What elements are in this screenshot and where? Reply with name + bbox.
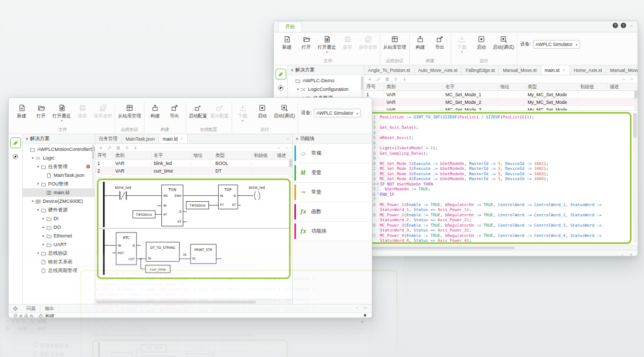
toolbox-item[interactable]: ✂常量 — [293, 183, 372, 202]
tab-problems[interactable]: 问题 — [22, 306, 41, 311]
solution-view-button[interactable] — [10, 137, 21, 148]
tof-block[interactable]: TOF IN Q PT ET — [218, 185, 238, 209]
toolbox-item[interactable]: M变量 — [293, 163, 372, 183]
var-toolbar-chevron-down-button[interactable] — [629, 74, 634, 84]
tree-expander[interactable]: ▾ — [36, 251, 41, 255]
solution-explorer-header[interactable]: ▾ 解决方案 — [288, 65, 364, 75]
fold-marker[interactable]: └ — [376, 192, 380, 197]
doc-tab[interactable]: MainTask.json — [122, 134, 159, 143]
doc-tab[interactable]: 任务管理 — [95, 134, 122, 143]
doc-tab[interactable]: Angle_To_Postion.st — [364, 65, 415, 75]
toolbar-button-save-all[interactable]: 保存全部 — [357, 34, 379, 51]
var-toolbar-chevron-up-button[interactable] — [621, 74, 626, 84]
tree-item[interactable]: AWPLC-Demo — [288, 76, 364, 85]
tree-item[interactable]: ▸DI — [23, 214, 95, 223]
var-toolbar-plus-button[interactable] — [367, 74, 372, 84]
toolbar-button-build[interactable]: 构建 — [146, 102, 165, 120]
table-row[interactable]: 1VARblink_ledBOOL — [95, 160, 292, 167]
dashboard-view-button[interactable] — [277, 84, 284, 94]
doc-tab[interactable]: Manual_Move_Axis.st — [606, 65, 638, 75]
curr-time-operand[interactable]: curr_time — [146, 265, 170, 273]
editor-hscrollbar[interactable] — [95, 299, 292, 304]
toolbar-button-download[interactable]: 下载▾ — [233, 102, 253, 122]
solution-explorer-header[interactable]: ▾ 解决方案 — [23, 134, 95, 144]
tree-item[interactable]: main.ld — [23, 188, 95, 197]
ton-block[interactable]: TON EN ENO IN PT Q ET — [162, 185, 183, 226]
toolbar-button-open-folder[interactable]: 打开 — [297, 34, 316, 51]
nc-contact-blink-led[interactable]: blink_led — [115, 186, 132, 200]
toolbar-button-save-all[interactable]: 保存全部 — [92, 102, 114, 120]
toolbar-button-download[interactable]: 下载▾ — [452, 34, 472, 54]
toolbar-button-run-debug[interactable]: 启动(调试) — [272, 102, 297, 120]
tree-item[interactable]: 映射关系表 — [23, 257, 95, 266]
table-row[interactable]: 1VARMC_Set_Mode_1My_MC_Set_Mode — [364, 91, 638, 98]
panel-expand-button[interactable] — [354, 306, 359, 311]
tree-item[interactable]: AWPLCMotionController59 — [23, 145, 95, 154]
var-toolbar-pencil-button[interactable] — [376, 74, 381, 84]
code-hscrollbar[interactable] — [364, 245, 638, 250]
fold-marker[interactable]: │ — [376, 187, 380, 192]
tree-expander[interactable]: ▸ — [41, 234, 46, 238]
panel-close-button[interactable] — [363, 306, 367, 311]
doc-tab[interactable]: main.ld — [159, 134, 188, 143]
table-row[interactable]: 2VARMC_Set_Mode_2My_MC_Set_Mode — [364, 98, 638, 106]
help-button[interactable]: ? — [613, 23, 618, 28]
timer-operand-2[interactable]: T#500ms — [186, 202, 209, 209]
doc-tab[interactable]: Home_Axis.st — [570, 65, 606, 75]
toolbar-button-library[interactable]: 从站库管理 — [382, 34, 408, 51]
toolbox-item[interactable]: ◇常规 — [293, 144, 372, 163]
tree-item[interactable]: ▸UART — [23, 240, 95, 249]
collapse-ribbon-button[interactable] — [629, 21, 634, 30]
var-toolbar-trash-button[interactable] — [385, 74, 390, 84]
device-dropdown[interactable]: AWPLC Simulator▾ — [533, 40, 580, 49]
table-row[interactable]: 3VARMC_Set_Mode_3My_MC_Set_Mode — [364, 106, 638, 111]
var-toolbar-chevron-down-button[interactable] — [284, 143, 289, 153]
toolbox-item[interactable]: ƒx函数 — [293, 202, 372, 222]
tree-item[interactable]: ▾LogicConfiguration — [288, 85, 364, 94]
settings-gear-button[interactable] — [9, 306, 22, 312]
tree-item[interactable]: ▸DO — [23, 223, 95, 232]
tree-item[interactable]: ▾POU管理 — [23, 180, 95, 188]
toolbar-button-export[interactable]: 导出 — [165, 102, 185, 120]
doc-tab[interactable]: Manual_Move.st — [499, 65, 541, 75]
st-code-editor[interactable]: 1PosListLen := UINT_TO_INT(SIZEOF(PosLis… — [365, 112, 632, 244]
tree-expander[interactable]: ▾ — [36, 182, 41, 186]
tree-expander[interactable]: ▾ — [30, 156, 35, 160]
doc-tab[interactable]: Auto_Move_Axis.st — [415, 65, 462, 75]
tree-expander[interactable]: ▾ — [36, 164, 41, 169]
toolbar-button-library[interactable]: 从站库管理 — [116, 102, 143, 120]
toolbox-item[interactable]: ƒx功能块 — [293, 222, 372, 241]
toolbar-button-run[interactable]: 启动 — [253, 102, 272, 120]
var-toolbar-chevron-up-button[interactable] — [276, 143, 281, 153]
print-str-block[interactable]: PRINT_STR IN — [190, 244, 216, 264]
dashboard-view-button[interactable] — [12, 153, 19, 162]
tree-scrollbar[interactable] — [92, 145, 94, 188]
toolbar-button-run[interactable]: 启动 — [472, 34, 491, 51]
fold-marker[interactable]: ⊟ — [376, 182, 380, 187]
toolbar-button-export[interactable]: 导出 — [430, 34, 450, 51]
tree-expander[interactable]: ▾ — [30, 199, 35, 203]
solution-view-button[interactable] — [275, 69, 286, 80]
var-toolbar-arrow-down-button[interactable] — [402, 74, 407, 84]
coil-blink-led[interactable]: blink_led — [249, 186, 265, 200]
rtc-block[interactable]: RTC IN Q PDT CDT — [116, 233, 137, 265]
tree-expander[interactable]: ▸ — [41, 225, 46, 229]
build-status[interactable]: 构建 — [38, 313, 54, 319]
tree-expander[interactable]: ▸ — [41, 216, 46, 221]
var-toolbar-plus-button[interactable] — [98, 143, 103, 153]
var-toolbar-arrow-up-button[interactable] — [393, 74, 398, 84]
toolbar-button-start-config[interactable]: 启动配置 — [187, 102, 209, 120]
var-toolbar-arrow-up-button[interactable] — [124, 143, 129, 153]
table-scrollbar[interactable] — [289, 160, 292, 177]
dt-to-string-block[interactable]: DT_TO_STRING IN — [146, 242, 179, 262]
var-toolbar-arrow-down-button[interactable] — [133, 143, 138, 153]
tree-item[interactable]: ▾硬件资源 — [23, 206, 95, 214]
tree-item[interactable]: ▾总线协议 — [23, 249, 95, 257]
toolbar-button-save[interactable]: 保存 — [73, 102, 92, 120]
tree-expander[interactable]: ▾ — [36, 208, 41, 212]
doc-tab[interactable]: main.st — [541, 65, 570, 75]
code-scrollbar[interactable] — [633, 113, 637, 243]
toolbar-button-save[interactable]: 保存 — [338, 34, 357, 51]
info-button[interactable]: i — [621, 23, 626, 28]
tree-item[interactable]: 总线周期管理 — [23, 266, 95, 275]
